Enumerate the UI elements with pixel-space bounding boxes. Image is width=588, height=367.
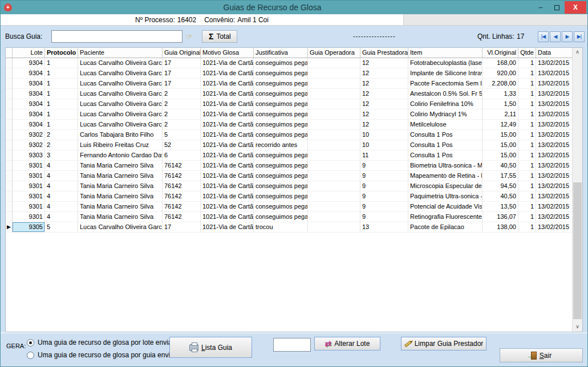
cell-motivo-glosa[interactable]: 1021-Via de Cartã — [201, 58, 254, 68]
cell-qtde[interactable]: 1 — [518, 89, 536, 99]
cell-protocolo[interactable]: 1 — [45, 99, 78, 109]
table-row[interactable]: 93022Carlos Tabajara Brito Filho51021-Vi… — [6, 130, 572, 140]
cell-item[interactable]: Pacote Facectomia Sem Impl — [408, 79, 482, 89]
cell-justificativa[interactable]: conseguimos pega — [254, 79, 308, 89]
cell-lote[interactable]: 9303 — [13, 150, 45, 161]
cell-data[interactable]: 13/02/2015 — [536, 99, 572, 109]
cell-qtde[interactable]: 1 — [518, 120, 536, 130]
cell-paciente[interactable]: Carlos Tabajara Brito Filho — [78, 130, 163, 140]
cell-protocolo[interactable]: 4 — [45, 171, 78, 181]
vertical-scrollbar[interactable]: ∧ ∨ — [572, 48, 582, 332]
cell-qtde[interactable]: 1 — [518, 222, 536, 233]
cell-item[interactable]: Colirio Fenilefrina 10% — [408, 99, 482, 109]
cell-qtde[interactable]: 1 — [518, 109, 536, 120]
cell-guia-original[interactable]: 76142 — [163, 181, 201, 191]
cell-protocolo[interactable]: 2 — [45, 140, 78, 150]
cell-paciente[interactable]: Lucas Carvalho Oliveira Garcia — [78, 109, 163, 120]
cell-guia-prestadora[interactable]: 9 — [360, 181, 408, 191]
table-row[interactable]: 93033Fernando Antonio Cardao Davi61021-V… — [6, 150, 572, 161]
cell-data[interactable]: 13/02/2015 — [536, 140, 572, 150]
table-row[interactable]: 93041Lucas Carvalho Oliveira Garcia17102… — [6, 68, 572, 79]
cell-protocolo[interactable]: 2 — [45, 130, 78, 140]
cell-lote[interactable]: 9304 — [13, 58, 45, 68]
column-header-justificativa[interactable]: Justificativa — [254, 48, 308, 58]
cell-qtde[interactable]: 1 — [518, 161, 536, 171]
cell-guia-operadora[interactable] — [308, 212, 360, 222]
cell-guia-operadora[interactable] — [308, 171, 360, 181]
cell-justificativa[interactable]: conseguimos pega — [254, 68, 308, 79]
cell-guia-original[interactable]: 17 — [163, 222, 201, 233]
cell-lote[interactable]: 9302 — [13, 130, 45, 140]
cell-data[interactable]: 13/02/2015 — [536, 130, 572, 140]
nav-last-button[interactable]: ▶| — [574, 31, 585, 42]
cell-guia-prestadora[interactable]: 12 — [360, 99, 408, 109]
radio-por-guia[interactable]: Uma guia de recurso de glosa por guia en… — [27, 351, 181, 359]
cell-guia-prestadora[interactable]: 12 — [360, 79, 408, 89]
cell-guia-operadora[interactable] — [308, 109, 360, 120]
nav-first-button[interactable]: |◀ — [538, 31, 549, 42]
cell-data[interactable]: 13/02/2015 — [536, 222, 572, 233]
cell-guia-operadora[interactable] — [308, 58, 360, 68]
cell-guia-prestadora[interactable]: 12 — [360, 68, 408, 79]
table-row[interactable]: 93014Tania Maria Carneiro Silva761421021… — [6, 212, 572, 222]
cell-item[interactable]: Consulta 1 Pos — [408, 140, 482, 150]
cell-justificativa[interactable]: conseguimos pega — [254, 191, 308, 202]
table-row[interactable]: 93041Lucas Carvalho Oliveira Garcia21021… — [6, 89, 572, 99]
cell-guia-prestadora[interactable]: 12 — [360, 109, 408, 120]
hand-picker-icon[interactable]: ☞ — [184, 30, 195, 43]
column-header-motivo-glosa[interactable]: Motivo Glosa — [201, 48, 254, 58]
column-header-guia-original[interactable]: Guia Original — [163, 48, 201, 58]
cell-motivo-glosa[interactable]: 1021-Via de Cartã — [201, 99, 254, 109]
cell-guia-prestadora[interactable]: 12 — [360, 120, 408, 130]
cell-guia-operadora[interactable] — [308, 150, 360, 161]
table-row[interactable]: 93014Tania Maria Carneiro Silva761421021… — [6, 191, 572, 202]
cell-guia-original[interactable]: 2 — [163, 109, 201, 120]
minimize-button[interactable]: – — [533, 2, 549, 13]
table-row[interactable]: 93041Lucas Carvalho Oliveira Garcia21021… — [6, 99, 572, 109]
cell-paciente[interactable]: Lucas Carvalho Oliveira Garcia — [78, 79, 163, 89]
cell-paciente[interactable]: Luis Ribeiro Freitas Cruz — [78, 140, 163, 150]
cell-paciente[interactable]: Tania Maria Carneiro Silva — [78, 212, 163, 222]
cell-protocolo[interactable]: 1 — [45, 58, 78, 68]
cell-motivo-glosa[interactable]: 1021-Via de Cartã — [201, 202, 254, 212]
table-row[interactable]: 93041Lucas Carvalho Oliveira Garcia21021… — [6, 120, 572, 130]
cell-justificativa[interactable]: conseguimos pega — [254, 171, 308, 181]
cell-guia-operadora[interactable] — [308, 181, 360, 191]
cell-lote[interactable]: 9304 — [13, 99, 45, 109]
cell-justificativa[interactable]: conseguimos pega — [254, 202, 308, 212]
cell-guia-original[interactable]: 6 — [163, 150, 201, 161]
column-header-item[interactable]: Item — [408, 48, 482, 58]
cell-guia-original[interactable]: 76142 — [163, 212, 201, 222]
cell-data[interactable]: 13/02/2015 — [536, 161, 572, 171]
cell-protocolo[interactable]: 4 — [45, 161, 78, 171]
cell-lote[interactable]: 9304 — [13, 68, 45, 79]
cell-guia-original[interactable]: 17 — [163, 58, 201, 68]
alterar-lote-button[interactable]: ⇄ Alterar Lote — [314, 337, 380, 350]
cell-vl-original[interactable]: 920,00 — [482, 68, 518, 79]
cell-lote[interactable]: 9304 — [13, 89, 45, 99]
cell-motivo-glosa[interactable]: 1021-Via de Cartã — [201, 212, 254, 222]
table-row[interactable]: 93041Lucas Carvalho Oliveira Garcia17102… — [6, 58, 572, 68]
cell-motivo-glosa[interactable]: 1021-Via de Cartã — [201, 140, 254, 150]
maximize-button[interactable] — [549, 2, 565, 13]
cell-qtde[interactable]: 1 — [518, 68, 536, 79]
cell-guia-original[interactable]: 76142 — [163, 191, 201, 202]
cell-guia-prestadora[interactable]: 10 — [360, 140, 408, 150]
cell-guia-prestadora[interactable]: 13 — [360, 222, 408, 233]
cell-vl-original[interactable]: 168,00 — [482, 58, 518, 68]
cell-vl-original[interactable]: 13,50 — [482, 202, 518, 212]
cell-item[interactable]: Pacote de Epilacao — [408, 222, 482, 233]
close-button[interactable]: X — [565, 1, 586, 14]
cell-vl-original[interactable]: 12,49 — [482, 120, 518, 130]
cell-guia-original[interactable]: 76142 — [163, 171, 201, 181]
cell-guia-prestadora[interactable]: 9 — [360, 212, 408, 222]
cell-guia-original[interactable]: 2 — [163, 99, 201, 109]
limpar-guia-prestador-button[interactable]: Limpar Guia Prestador — [401, 337, 486, 350]
cell-guia-operadora[interactable] — [308, 222, 360, 233]
cell-guia-operadora[interactable] — [308, 120, 360, 130]
cell-vl-original[interactable]: 15,00 — [482, 150, 518, 161]
cell-paciente[interactable]: Tania Maria Carneiro Silva — [78, 202, 163, 212]
cell-vl-original[interactable]: 40,50 — [482, 161, 518, 171]
cell-guia-operadora[interactable] — [308, 191, 360, 202]
scroll-down-icon[interactable]: ∨ — [573, 323, 582, 332]
